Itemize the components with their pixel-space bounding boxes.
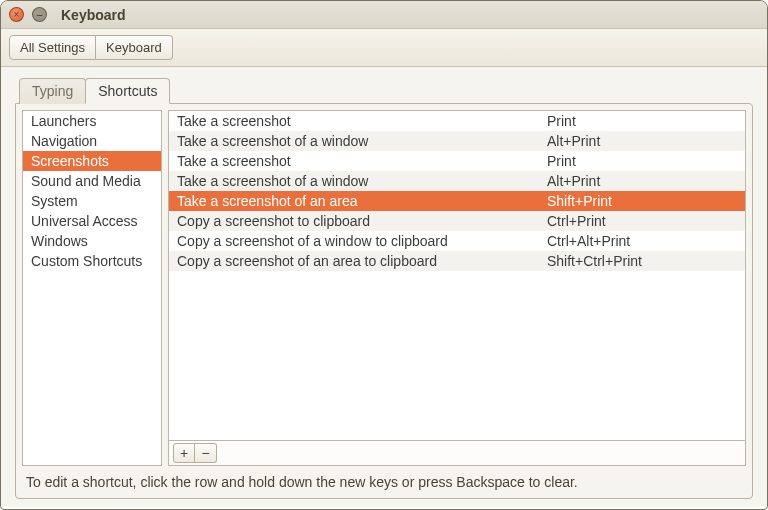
shortcut-name: Copy a screenshot to clipboard [177,213,547,229]
minimize-icon[interactable]: – [32,7,47,22]
shortcut-name: Take a screenshot [177,113,547,129]
shortcut-row[interactable]: Take a screenshot of an areaShift+Print [169,191,745,211]
hint-text: To edit a shortcut, click the row and ho… [22,466,746,492]
remove-button[interactable]: − [195,443,217,463]
category-item[interactable]: Screenshots [23,151,161,171]
shortcut-list[interactable]: Take a screenshotPrintTake a screenshot … [168,110,746,441]
shortcut-row[interactable]: Copy a screenshot of an area to clipboar… [169,251,745,271]
right-column: Take a screenshotPrintTake a screenshot … [168,110,746,466]
titlebar: × – Keyboard [1,1,767,29]
shortcut-key: Alt+Print [547,173,737,189]
shortcut-key: Shift+Print [547,193,737,209]
tabstrip: Typing Shortcuts [15,77,753,103]
shortcut-name: Copy a screenshot of a window to clipboa… [177,233,547,249]
add-remove-bar: + − [168,441,746,466]
category-list[interactable]: LaunchersNavigationScreenshotsSound and … [22,110,162,466]
category-label: Sound and Media [31,173,141,189]
category-label: System [31,193,78,209]
category-label: Custom Shortcuts [31,253,142,269]
shortcut-name: Take a screenshot [177,153,547,169]
shortcut-row[interactable]: Copy a screenshot to clipboardCtrl+Print [169,211,745,231]
shortcut-key: Print [547,113,737,129]
shortcut-name: Take a screenshot of a window [177,133,547,149]
tab-typing[interactable]: Typing [19,78,86,104]
shortcut-row[interactable]: Take a screenshot of a windowAlt+Print [169,171,745,191]
shortcut-row[interactable]: Take a screenshotPrint [169,111,745,131]
category-label: Launchers [31,113,96,129]
window-title: Keyboard [61,7,126,23]
add-button[interactable]: + [173,443,195,463]
shortcut-row[interactable]: Copy a screenshot of a window to clipboa… [169,231,745,251]
split-pane: LaunchersNavigationScreenshotsSound and … [22,110,746,466]
shortcut-key: Ctrl+Print [547,213,737,229]
shortcut-row[interactable]: Take a screenshotPrint [169,151,745,171]
category-label: Screenshots [31,153,109,169]
category-item[interactable]: System [23,191,161,211]
shortcut-key: Shift+Ctrl+Print [547,253,737,269]
tab-shortcuts[interactable]: Shortcuts [85,78,170,104]
shortcut-name: Take a screenshot of an area [177,193,547,209]
category-item[interactable]: Custom Shortcuts [23,251,161,271]
keyboard-button[interactable]: Keyboard [96,35,173,60]
category-item[interactable]: Launchers [23,111,161,131]
shortcut-row[interactable]: Take a screenshot of a windowAlt+Print [169,131,745,151]
shortcut-key: Print [547,153,737,169]
breadcrumb-group: All Settings Keyboard [9,35,173,60]
category-label: Navigation [31,133,97,149]
category-label: Universal Access [31,213,138,229]
window: × – Keyboard All Settings Keyboard Typin… [0,0,768,510]
content-area: Typing Shortcuts LaunchersNavigationScre… [1,67,767,507]
close-icon[interactable]: × [9,7,24,22]
category-item[interactable]: Windows [23,231,161,251]
shortcut-key: Alt+Print [547,133,737,149]
category-item[interactable]: Sound and Media [23,171,161,191]
shortcut-name: Take a screenshot of a window [177,173,547,189]
category-item[interactable]: Navigation [23,131,161,151]
shortcut-name: Copy a screenshot of an area to clipboar… [177,253,547,269]
toolbar: All Settings Keyboard [1,29,767,67]
tab-panel: LaunchersNavigationScreenshotsSound and … [15,103,753,499]
shortcut-key: Ctrl+Alt+Print [547,233,737,249]
category-label: Windows [31,233,88,249]
category-item[interactable]: Universal Access [23,211,161,231]
all-settings-button[interactable]: All Settings [9,35,96,60]
